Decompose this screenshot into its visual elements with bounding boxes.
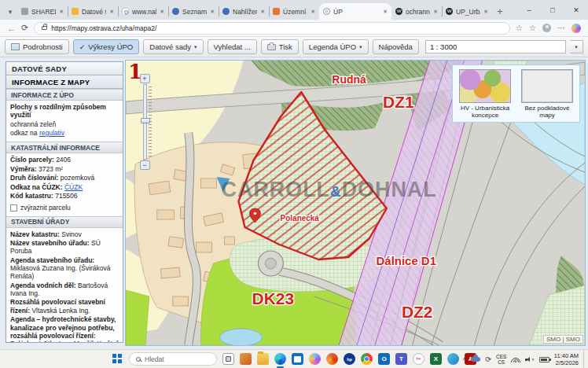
minimize-button[interactable]: – xyxy=(517,0,541,20)
printer-icon xyxy=(267,44,276,50)
map-viewport[interactable]: CARROLL&DOHNAL Rudná DZ1 Polanecká Dálni… xyxy=(125,60,586,346)
section-urady-content: Název katastru: Svinov Název stavebního … xyxy=(6,228,123,342)
podrobnosti-button[interactable]: Podrobnosti xyxy=(5,39,69,54)
accordion-datove-sady[interactable]: DATOVÉ SADY xyxy=(6,62,123,75)
copilot-icon[interactable] xyxy=(309,353,321,365)
pond xyxy=(220,329,263,345)
close-icon[interactable]: ✕ xyxy=(483,9,488,15)
collections-star-icon[interactable]: ☆ xyxy=(529,24,536,32)
chrome-icon[interactable] xyxy=(361,353,373,365)
highlight-parcel-label: zvýraznit parcelu xyxy=(20,204,71,212)
tab-up-urbanismus[interactable]: W UP_Urbanism ✕ xyxy=(442,3,492,20)
address-bar[interactable]: https://mapy.ostrava.cz/uha/mapa2/ xyxy=(34,22,510,35)
clock[interactable]: 11:40 AM 2/5/2026 xyxy=(554,352,579,366)
zoom-track[interactable] xyxy=(143,84,147,160)
excel-icon[interactable]: X xyxy=(430,353,442,365)
tab-datove-schranky[interactable]: Datové schrá ✕ xyxy=(68,3,118,20)
taskbar-search[interactable]: Hledat xyxy=(129,352,217,366)
chevron-down-icon: ▾ xyxy=(194,44,197,50)
close-icon[interactable]: ✕ xyxy=(210,9,215,15)
close-icon[interactable]: ✕ xyxy=(160,9,164,15)
label-dk23: DK23 xyxy=(252,289,294,307)
vyhledat-button[interactable]: Vyhledat ... xyxy=(208,39,257,54)
m365-icon[interactable] xyxy=(326,353,338,365)
show-desktop-button[interactable] xyxy=(583,350,586,368)
new-tab-button[interactable]: + xyxy=(492,4,508,20)
close-icon[interactable]: ✕ xyxy=(59,9,64,15)
tab-uzemni-plan[interactable]: Územní plán ✕ xyxy=(269,3,319,20)
profile-avatar[interactable] xyxy=(542,24,551,32)
volume-muted-icon[interactable]: × xyxy=(525,357,535,362)
teams-icon[interactable]: T xyxy=(395,353,407,365)
tab-nahlizeni-web[interactable]: www.nahlizen ✕ xyxy=(118,3,168,20)
vykresy-upo-button[interactable]: ✓ Výkresy ÚPO xyxy=(73,39,140,54)
start-button[interactable] xyxy=(112,353,123,365)
onedrive-icon[interactable] xyxy=(471,357,480,362)
upo-subtitle: ochranná zeleň xyxy=(10,120,119,128)
close-icon[interactable]: ✕ xyxy=(383,9,388,15)
url-text[interactable]: https://mapy.ostrava.cz/uha/mapa2/ xyxy=(51,24,156,32)
accordion-informace-z-mapy[interactable]: INFORMACE Z MAPY xyxy=(6,75,123,89)
wifi-icon[interactable] xyxy=(511,357,520,362)
tab-up-active[interactable]: ÚP ✕ xyxy=(319,3,391,20)
weather-app-icon[interactable] xyxy=(447,353,459,365)
napoveda-button[interactable]: Nápověda xyxy=(373,39,419,54)
browser-tab-bar: ▾ SHARED LIST ✕ Datové schrá ✕ www.nahli… xyxy=(0,0,588,20)
zoom-handle[interactable] xyxy=(141,118,150,123)
legenda-upo-button[interactable]: Legenda ÚPO ▾ xyxy=(303,39,369,54)
basemap-thumbnail-colored[interactable] xyxy=(459,69,511,103)
label-dz2: DZ2 xyxy=(402,303,433,321)
close-icon[interactable]: ✕ xyxy=(311,9,315,15)
edge-browser-icon[interactable] xyxy=(274,353,286,365)
zoom-out-button[interactable]: − xyxy=(140,160,150,170)
basemap-option-blank[interactable]: Bez podkladové mapy xyxy=(520,69,574,119)
language-indicator[interactable]: CES CS xyxy=(496,354,506,366)
microsoft-store-icon[interactable] xyxy=(292,353,303,365)
back-icon[interactable]: ← xyxy=(7,24,16,33)
watermark: CARROLL&DOHNAL xyxy=(222,178,437,201)
details-icon xyxy=(11,43,20,50)
close-icon[interactable]: ✕ xyxy=(433,9,438,15)
system-tray: ^ ⟳ CES CS × 11:40 AM 2/5/2026 xyxy=(463,350,586,368)
search-icon xyxy=(136,357,141,362)
highlight-parcel-checkbox[interactable] xyxy=(10,204,17,212)
basemap-thumbnail-blank[interactable] xyxy=(521,69,573,103)
tisk-button[interactable]: Tisk xyxy=(261,39,299,54)
snipping-tool-icon[interactable]: ✂ xyxy=(413,353,424,365)
browser-url-row: ← ⟳ https://mapy.ostrava.cz/uha/mapa2/ ☆… xyxy=(0,20,588,37)
sync-icon[interactable]: ⟳ xyxy=(485,355,491,363)
hp-icon[interactable]: hp xyxy=(344,353,355,365)
outlook-icon[interactable]: O xyxy=(378,353,390,365)
cuzk-link[interactable]: ČÚZK xyxy=(64,183,83,191)
reload-icon[interactable]: ⟳ xyxy=(21,23,28,33)
section-header-urady: STAVEBNÍ ÚŘADY xyxy=(6,216,123,228)
close-icon[interactable]: ✕ xyxy=(260,9,265,15)
tab-nahlizeni-do[interactable]: Nahlížení do ✕ xyxy=(219,3,269,20)
sidebar-panel: DATOVÉ SADY INFORMACE Z MAPY INFORMACE Z… xyxy=(6,61,123,343)
copilot-icon[interactable] xyxy=(571,24,581,33)
window-controls: – □ ✕ xyxy=(517,0,588,20)
tab-ochranna-zelen[interactable]: W ochranna_zel ✕ xyxy=(391,3,442,20)
tab-list-chevron-icon[interactable]: ▾ xyxy=(3,4,17,20)
close-icon[interactable]: ✕ xyxy=(109,9,114,15)
mail-icon[interactable] xyxy=(240,353,252,365)
battery-icon[interactable] xyxy=(539,357,549,362)
favorite-star-icon[interactable]: ☆ xyxy=(516,24,523,32)
basemap-option-urbanisticka[interactable]: HV - Urbanistická koncepce xyxy=(458,69,512,119)
tab-seznam-nemovitosti[interactable]: Seznam nem ✕ xyxy=(168,3,219,20)
browser-menu-icon[interactable]: ⋯ xyxy=(557,24,565,32)
zoom-slider: + − xyxy=(139,74,150,170)
close-window-button[interactable]: ✕ xyxy=(564,0,588,20)
windows-taskbar: Hledat hp O T ✂ X A ^ ⟳ CES CS × 11:40 A… xyxy=(0,349,588,368)
maximize-button[interactable]: □ xyxy=(541,0,564,20)
tray-chevron-icon[interactable]: ^ xyxy=(463,356,467,363)
scale-input[interactable] xyxy=(425,40,566,53)
datove-sady-button[interactable]: Datové sady ▾ xyxy=(143,39,203,54)
tab-shared-list[interactable]: SHARED LIST ✕ xyxy=(17,3,68,20)
zoom-in-button[interactable]: + xyxy=(140,74,150,83)
task-view-icon[interactable] xyxy=(222,353,234,365)
file-explorer-icon[interactable] xyxy=(257,353,269,365)
regulativ-link[interactable]: regulativ xyxy=(39,129,64,137)
scale-dropdown-button[interactable]: ▾ xyxy=(570,40,583,53)
parcel-number: 2406 xyxy=(56,156,71,164)
